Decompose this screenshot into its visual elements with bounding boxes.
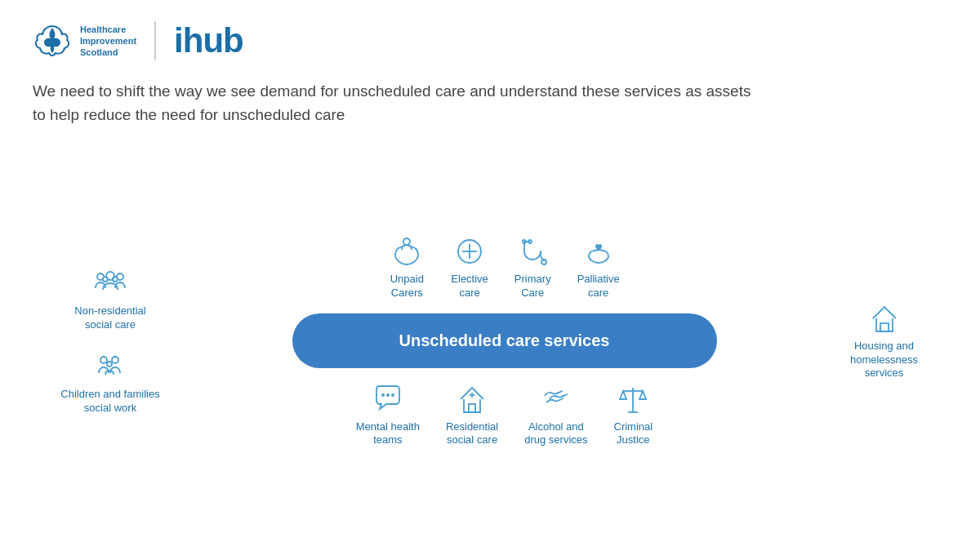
svg-point-4 bbox=[113, 277, 118, 282]
svg-point-12 bbox=[541, 260, 546, 264]
service-children-families: Children and familiessocial work bbox=[33, 349, 188, 415]
unpaid-carers-label: UnpaidCarers bbox=[390, 273, 424, 300]
elective-care-label: Electivecare bbox=[451, 273, 488, 300]
page: Healthcare Improvement Scotland ihub We … bbox=[0, 0, 980, 551]
service-mental-health: Mental healthteams bbox=[356, 381, 420, 448]
family-icon bbox=[92, 349, 128, 384]
residential-label: Residentialsocial care bbox=[446, 420, 498, 448]
bottom-services-row: Mental healthteams bbox=[356, 381, 653, 448]
carers-icon bbox=[389, 233, 425, 269]
residential-icon bbox=[454, 381, 490, 417]
mental-health-icon bbox=[370, 381, 406, 417]
svg-rect-27 bbox=[880, 323, 889, 331]
justice-label: CriminalJustice bbox=[614, 420, 653, 448]
housing-label: Housing andhomelessnessservices bbox=[850, 340, 918, 381]
svg-rect-19 bbox=[469, 404, 475, 412]
center-col: UnpaidCarers Electivecare bbox=[188, 233, 821, 448]
alcohol-drug-icon bbox=[538, 381, 574, 417]
service-housing: Housing andhomelessnessservices bbox=[821, 300, 947, 381]
justice-icon bbox=[615, 381, 651, 417]
svg-point-3 bbox=[103, 277, 108, 282]
svg-point-8 bbox=[403, 238, 410, 245]
children-families-label: Children and familiessocial work bbox=[60, 388, 159, 415]
service-palliative: Palliativecare bbox=[577, 233, 620, 300]
service-primary-care: PrimaryCare bbox=[514, 233, 551, 300]
header: Healthcare Improvement Scotland ihub bbox=[33, 20, 947, 62]
logo-area: Healthcare Improvement Scotland ihub bbox=[33, 20, 243, 62]
service-alcohol-drug: Alcohol anddrug services bbox=[524, 381, 587, 448]
main-button[interactable]: Unscheduled care services bbox=[292, 313, 717, 368]
top-services-row: UnpaidCarers Electivecare bbox=[389, 233, 619, 300]
ihub-brand: ihub bbox=[174, 21, 243, 60]
housing-icon bbox=[866, 300, 902, 336]
right-services: Housing andhomelessnessservices bbox=[821, 300, 947, 381]
left-services: Non-residentialsocial care bbox=[33, 265, 188, 415]
service-residential: Residentialsocial care bbox=[446, 381, 498, 448]
mental-health-label: Mental healthteams bbox=[356, 420, 420, 448]
non-residential-label: Non-residentialsocial care bbox=[74, 304, 145, 332]
palliative-icon bbox=[581, 233, 617, 269]
svg-point-7 bbox=[107, 362, 112, 367]
svg-point-6 bbox=[112, 357, 118, 363]
alcohol-drug-label: Alcohol anddrug services bbox=[524, 420, 587, 448]
stethoscope-icon bbox=[514, 233, 550, 269]
palliative-care-label: Palliativecare bbox=[577, 273, 620, 300]
svg-point-18 bbox=[391, 393, 394, 397]
service-non-residential: Non-residentialsocial care bbox=[33, 265, 188, 332]
people-icon bbox=[92, 265, 128, 301]
logo-divider bbox=[154, 21, 156, 60]
his-logo-icon bbox=[33, 20, 72, 62]
service-justice: CriminalJustice bbox=[614, 381, 653, 448]
diagram: Non-residentialsocial care bbox=[33, 149, 947, 531]
tagline: We need to shift the way we see demand f… bbox=[33, 80, 768, 127]
logo-text: Healthcare Improvement Scotland bbox=[80, 24, 136, 59]
elective-icon bbox=[452, 233, 488, 269]
primary-care-label: PrimaryCare bbox=[514, 273, 551, 300]
service-unpaid-carers: UnpaidCarers bbox=[389, 233, 425, 300]
svg-point-17 bbox=[386, 393, 390, 397]
svg-point-5 bbox=[100, 357, 107, 363]
svg-point-16 bbox=[381, 393, 385, 397]
service-elective: Electivecare bbox=[451, 233, 488, 300]
